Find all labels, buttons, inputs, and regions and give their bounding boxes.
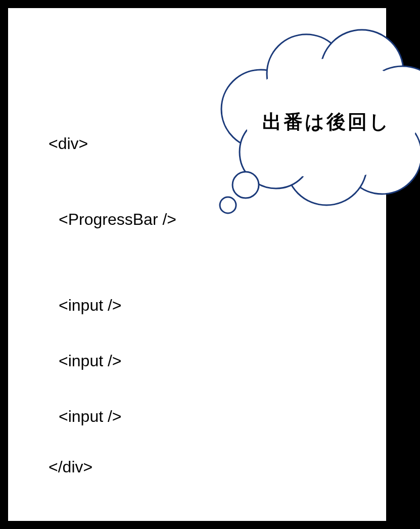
thought-bubble-text: 出番は後回し (220, 109, 420, 135)
svg-point-5 (286, 124, 367, 205)
svg-point-1 (267, 34, 346, 113)
code-line-input-3: <input /> (59, 407, 122, 426)
code-line-div-close: </div> (49, 458, 92, 476)
svg-point-9 (220, 197, 236, 213)
svg-point-2 (320, 30, 403, 113)
code-line-div-open: <div> (49, 134, 88, 153)
code-line-input-2: <input /> (59, 352, 122, 370)
code-line-progressbar: <ProgressBar /> (59, 210, 176, 229)
diagram-frame: <div> <ProgressBar /> <input /> <input /… (5, 5, 389, 524)
svg-point-8 (232, 172, 259, 198)
code-line-input-1: <input /> (59, 296, 122, 315)
